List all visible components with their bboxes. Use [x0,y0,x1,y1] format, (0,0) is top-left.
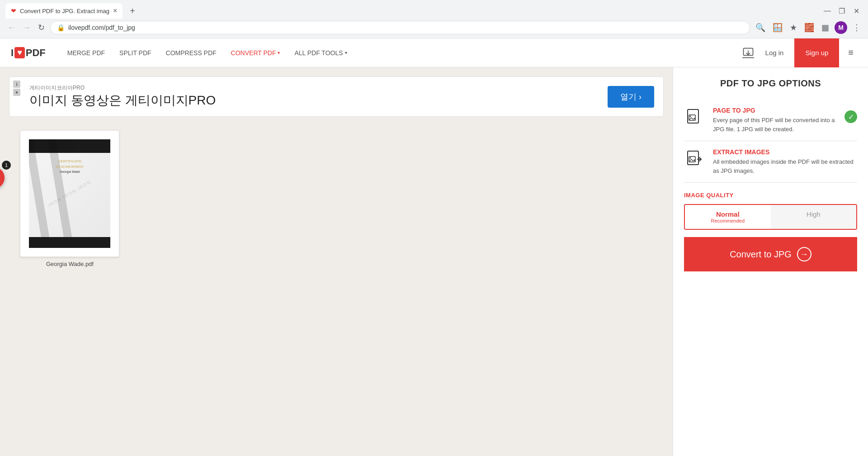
page-to-jpg-icon [684,107,706,128]
browser-addressbar-row: ← → ↻ 🔒 ilovepdf.com/pdf_to_jpg 🔍 🪟 ★ 🧱 … [0,18,868,38]
nav-convert-pdf[interactable]: CONVERT PDF ▾ [224,38,288,67]
main-layout: i × 게티이미지코리아PRO 이미지 동영상은 게티이미지PRO 열기 › +… [0,67,868,456]
back-button[interactable]: ← [5,21,17,34]
browser-toolbar-icons: 🔍 🪟 ★ 🧱 ▦ M ⋮ [754,21,863,34]
quality-normal-option[interactable]: Normal Recommended [685,205,771,229]
nav-compress-pdf[interactable]: COMPRESS PDF [159,38,224,67]
page-to-jpg-text: PAGE TO JPG Every page of this PDF will … [713,107,837,133]
site-logo[interactable]: I ♥ PDF [11,47,46,59]
cert-bottom-bar [29,237,110,248]
convert-to-jpg-button[interactable]: Convert to JPG → [684,237,857,271]
convert-btn-label: Convert to JPG [730,249,792,260]
browser-tab[interactable]: ❤ Convert PDF to JPG. Extract imag × [5,3,123,19]
extract-images-option[interactable]: EXTRACT IMAGES All embedded images insid… [684,141,857,183]
files-area: + 1 CERTIFICATE OF ACHIEV [9,126,664,267]
page-to-jpg-svg [685,108,705,128]
convert-pdf-chevron-icon: ▾ [278,50,280,55]
logo-pdf: PDF [26,47,46,59]
pdf-thumb-inner: CERTIFICATE OF ACHIEVEMENT Georgia Wade … [29,139,110,248]
browser-chrome: ❤ Convert PDF to JPG. Extract imag × + —… [0,0,868,38]
cert-name: Georgia Wade [33,170,107,173]
nav-all-pdf-tools[interactable]: ALL PDF TOOLS ▾ [287,38,354,67]
extract-images-desc: All embedded images inside the PDF will … [713,157,857,175]
quality-options: Normal Recommended High [684,204,857,230]
ad-subtitle: 게티이미지코리아PRO [29,84,216,92]
right-panel: PDF TO JPG OPTIONS PAGE TO JPG Every pag… [673,67,868,456]
extract-images-title: EXTRACT IMAGES [713,148,857,156]
signup-button[interactable]: Sign up [794,38,839,67]
quality-section: IMAGE QUALITY Normal Recommended High [684,183,857,230]
reload-button[interactable]: ↻ [36,21,47,34]
hamburger-menu-button[interactable]: ≡ [844,46,857,60]
ad-banner: i × 게티이미지코리아PRO 이미지 동영상은 게티이미지PRO 열기 › [9,76,664,117]
maximize-button[interactable]: ❐ [835,5,848,17]
login-button[interactable]: Log in [760,45,789,60]
cert-title: CERTIFICATE [33,159,107,163]
tab-title: Convert PDF to JPG. Extract imag [20,8,109,14]
site-nav: MERGE PDF SPLIT PDF COMPRESS PDF CONVERT… [60,38,354,67]
extract-images-icon [684,148,706,170]
address-text: ilovepdf.com/pdf_to_jpg [68,24,743,31]
header-right: Log in Sign up ≡ [742,38,857,67]
all-tools-chevron-icon: ▾ [345,50,347,55]
extract-images-text: EXTRACT IMAGES All embedded images insid… [713,148,857,175]
ad-close-icon[interactable]: × [13,89,20,96]
page-to-jpg-option[interactable]: PAGE TO JPG Every page of this PDF will … [684,100,857,141]
ad-info-icon[interactable]: i [13,81,20,88]
quality-high-label: High [774,210,853,218]
extensions-button[interactable]: 🪟 [771,21,784,34]
ad-text: 게티이미지코리아PRO 이미지 동영상은 게티이미지PRO [29,84,216,109]
download-app-button[interactable] [742,47,755,59]
nav-convert-pdf-label: CONVERT PDF [231,49,276,57]
site-header: I ♥ PDF MERGE PDF SPLIT PDF COMPRESS PDF… [0,38,868,67]
new-tab-button[interactable]: + [126,6,139,16]
ad-title: 이미지 동영상은 게티이미지PRO [29,92,216,109]
search-toolbar-button[interactable]: 🔍 [754,21,767,34]
files-count-badge: 1 [2,161,11,170]
tab-close-button[interactable]: × [113,7,117,15]
extensions-puzzle-button[interactable]: 🧱 [802,21,816,34]
logo-heart: ♥ [14,47,25,58]
cert-subtitle: OF ACHIEVEMENT [33,165,107,168]
pdf-thumb-card[interactable]: CERTIFICATE OF ACHIEVEMENT Georgia Wade … [20,130,119,257]
nav-all-tools-label: ALL PDF TOOLS [294,49,343,57]
browser-titlebar: ❤ Convert PDF to JPG. Extract imag × + —… [0,0,868,18]
address-bar[interactable]: 🔒 ilovepdf.com/pdf_to_jpg [50,21,750,34]
ad-info-controls: i × [13,81,20,96]
content-area: i × 게티이미지코리아PRO 이미지 동영상은 게티이미지PRO 열기 › +… [0,67,673,456]
minimize-button[interactable]: — [821,5,834,17]
nav-split-pdf[interactable]: SPLIT PDF [112,38,159,67]
svg-point-10 [690,157,691,159]
forward-button[interactable]: → [21,21,33,34]
extract-images-svg [685,149,705,169]
close-window-button[interactable]: ✕ [850,5,863,17]
quality-normal-sublabel: Recommended [689,218,767,223]
bookmark-button[interactable]: ★ [788,21,799,34]
convert-btn-arrow-icon: → [797,247,811,261]
svg-point-7 [690,116,691,117]
sidebar-button[interactable]: ▦ [820,21,831,34]
logo-i: I [11,47,14,59]
page-to-jpg-title: PAGE TO JPG [713,107,837,114]
profile-avatar[interactable]: M [835,21,847,34]
panel-title: PDF TO JPG OPTIONS [684,78,857,89]
tab-favicon: ❤ [11,7,16,14]
page-to-jpg-check: ✓ [844,110,857,123]
nav-merge-pdf[interactable]: MERGE PDF [60,38,112,67]
desktop-download-icon [742,47,755,59]
pdf-thumbnail: CERTIFICATE OF ACHIEVEMENT Georgia Wade … [20,130,119,267]
lock-icon: 🔒 [57,24,65,31]
quality-label: IMAGE QUALITY [684,192,857,199]
ad-open-button[interactable]: 열기 › [608,86,654,108]
browser-window-controls: — ❐ ✕ [821,5,863,17]
cert-body: CERTIFICATE OF ACHIEVEMENT Georgia Wade [29,153,110,180]
pdf-filename: Georgia Wade.pdf [46,261,94,267]
quality-normal-label: Normal [689,210,767,218]
add-more-files-button[interactable]: + [0,167,5,189]
quality-high-option[interactable]: High [771,205,857,229]
browser-menu-button[interactable]: ⋮ [851,21,863,34]
page-to-jpg-desc: Every page of this PDF will be converted… [713,116,837,133]
